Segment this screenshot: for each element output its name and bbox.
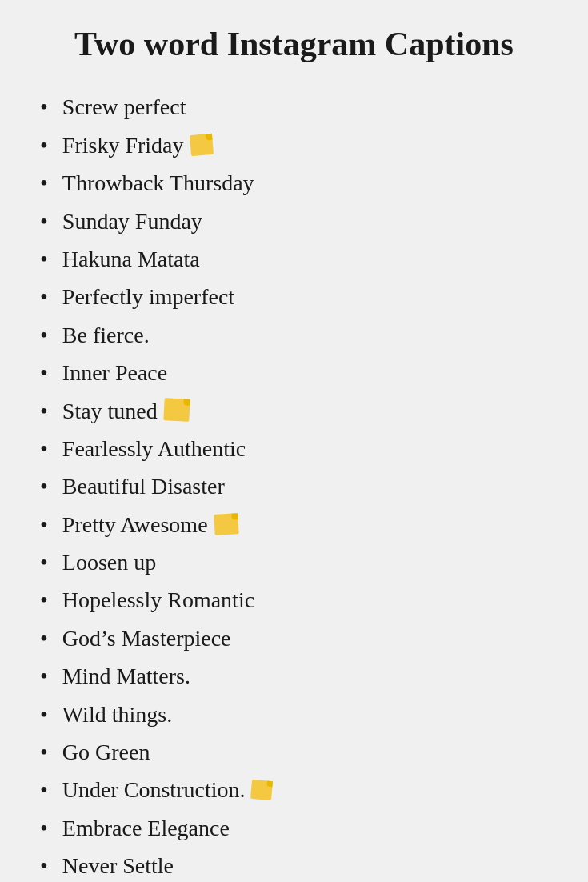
bullet-icon: • [40, 545, 48, 579]
page-title: Two word Instagram Captions [40, 24, 548, 64]
bullet-icon: • [40, 242, 48, 276]
bullet-icon: • [40, 735, 48, 769]
bullet-icon: • [40, 659, 48, 693]
caption-text: Beautiful Disaster [62, 469, 225, 503]
list-item: •Loosen up [40, 543, 548, 581]
list-item: •Inner Peace [40, 354, 548, 391]
caption-text: Inner Peace [62, 355, 167, 390]
bullet-icon: • [40, 128, 48, 162]
caption-text: Hopelessly Romantic [62, 583, 254, 617]
caption-text: Embrace Elegance [62, 811, 230, 845]
caption-text: Stay tuned [62, 394, 158, 428]
caption-text: Perfectly imperfect [62, 279, 234, 314]
list-item: •Hopelessly Romantic [40, 581, 548, 619]
caption-text: Throwback Thursday [62, 166, 254, 200]
list-item: •Frisky Friday [40, 126, 548, 164]
caption-text: Hakuna Matata [62, 242, 200, 276]
bullet-icon: • [40, 772, 48, 807]
caption-text: Under Construction. [62, 772, 246, 807]
caption-text: Screw perfect [62, 90, 186, 124]
sticky-note-icon [189, 134, 213, 156]
list-item: •Hakuna Matata [40, 240, 548, 278]
bullet-icon: • [40, 318, 48, 352]
list-item: •Be fierce. [40, 316, 548, 354]
sticky-note-icon [163, 398, 190, 422]
list-item: •Fearlessly Authentic [40, 430, 548, 467]
caption-text: God’s Masterpiece [62, 621, 231, 655]
list-item: •Screw perfect [40, 88, 548, 126]
list-item: •Perfectly imperfect [40, 278, 548, 315]
caption-text: Go Green [62, 735, 150, 769]
bullet-icon: • [40, 279, 48, 314]
caption-text: Mind Matters. [62, 659, 190, 693]
list-item: •Pretty Awesome [40, 506, 548, 543]
caption-text: Loosen up [62, 545, 156, 579]
list-item: •Throwback Thursday [40, 164, 548, 202]
list-item: •Go Green [40, 733, 548, 771]
bullet-icon: • [40, 355, 48, 390]
bullet-icon: • [40, 697, 48, 732]
sticky-note-icon [214, 513, 238, 535]
caption-text: Frisky Friday [62, 128, 184, 162]
list-item: •Sunday Funday [40, 202, 548, 240]
list-item: •God’s Masterpiece [40, 619, 548, 657]
list-item: •Beautiful Disaster [40, 467, 548, 505]
bullet-icon: • [40, 431, 48, 466]
caption-text: Be fierce. [62, 318, 150, 352]
bullet-icon: • [40, 507, 48, 542]
bullet-icon: • [40, 583, 48, 617]
caption-text: Wild things. [62, 697, 172, 732]
list-item: •Mind Matters. [40, 657, 548, 695]
bullet-icon: • [40, 621, 48, 655]
caption-text: Fearlessly Authentic [62, 431, 246, 466]
bullet-icon: • [40, 394, 48, 428]
bullet-icon: • [40, 848, 48, 882]
list-item: •Wild things. [40, 696, 548, 733]
bullet-icon: • [40, 90, 48, 124]
list-item: •Under Construction. [40, 771, 548, 808]
bullet-icon: • [40, 166, 48, 200]
bullet-icon: • [40, 204, 48, 239]
bullet-icon: • [40, 469, 48, 503]
list-item: •Embrace Elegance [40, 809, 548, 847]
sticky-note-icon [250, 780, 273, 800]
bullet-icon: • [40, 811, 48, 845]
caption-text: Never Settle [62, 848, 174, 882]
caption-text: Sunday Funday [62, 204, 202, 239]
list-item: •Never Settle [40, 847, 548, 882]
caption-text: Pretty Awesome [62, 507, 208, 542]
list-item: •Stay tuned [40, 392, 548, 430]
captions-list: •Screw perfect•Frisky Friday•Throwback T… [40, 88, 548, 882]
